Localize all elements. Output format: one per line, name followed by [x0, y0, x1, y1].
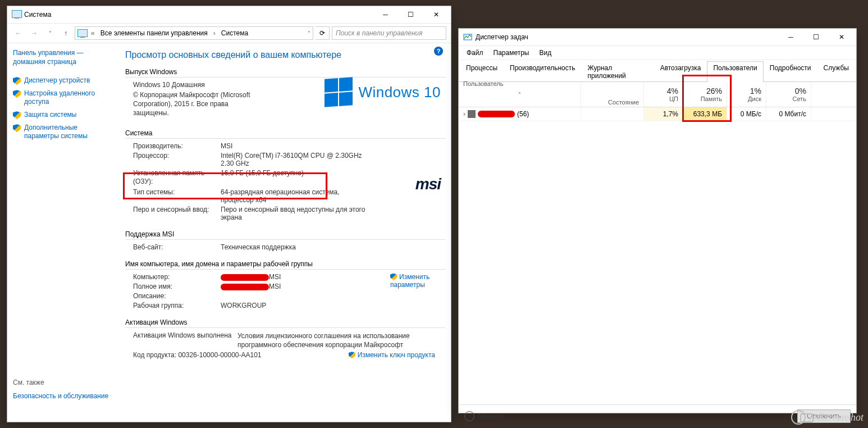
windows-edition: Windows 10 Домашняя — [125, 81, 205, 89]
windows-logo-icon — [325, 77, 353, 107]
system-header: Система — [125, 129, 445, 139]
sidebar: Панель управления — домашняя страница Ди… — [7, 43, 117, 423]
processor-value: Intel(R) Core(TM) i7-3610QM CPU @ 2.30GH… — [221, 152, 367, 167]
user-cell: › (56) — [459, 107, 581, 121]
computer-name-header: Имя компьютера, имя домена и параметры р… — [125, 260, 445, 270]
breadcrumb[interactable]: « Все элементы панели управления › Систе… — [75, 26, 313, 40]
close-button[interactable]: ✕ — [423, 7, 449, 22]
main-content: ? Просмотр основных сведений о вашем ком… — [117, 43, 451, 423]
titlebar[interactable]: Диспетчер задач ─ ☐ ✕ — [459, 29, 856, 46]
chevron-up-icon: ˄ — [464, 411, 474, 421]
redacted-username — [478, 111, 515, 117]
maximize-button[interactable]: ☐ — [803, 29, 829, 45]
col-cpu[interactable]: 4%ЦП — [644, 82, 683, 107]
table-empty — [459, 121, 856, 404]
see-also-header: См. также — [13, 379, 113, 386]
window-title: Диспетчер задач — [476, 33, 778, 41]
shield-icon — [13, 111, 21, 119]
minimize-button[interactable]: ─ — [778, 29, 803, 45]
user-column-label: Пользователь — [460, 78, 506, 89]
shield-icon — [13, 124, 21, 132]
sidebar-advanced-settings[interactable]: Дополнительные параметры системы — [13, 121, 113, 143]
windows-copyright: © Корпорация Майкрософт (Microsoft Corpo… — [125, 90, 257, 118]
license-terms-link[interactable]: Условия лицензионного соглашения на испо… — [237, 331, 423, 349]
expand-chevron-icon[interactable]: › — [463, 110, 465, 118]
watermark: JetScreenshot — [791, 410, 864, 425]
chevron-down-icon[interactable]: ˅ — [308, 30, 310, 37]
task-manager-icon — [463, 33, 472, 42]
menu-bar: Файл Параметры Вид — [459, 46, 856, 60]
task-manager-window: Диспетчер задач ─ ☐ ✕ Файл Параметры Вид… — [458, 28, 857, 413]
sidebar-device-manager[interactable]: Диспетчер устройств — [13, 74, 113, 87]
network-cell: 0 Мбит/с — [766, 107, 811, 121]
help-icon[interactable]: ? — [434, 47, 443, 56]
table-header: ˄ Состояние 4%ЦП 26%Память 1%Диск 0%Сеть — [459, 82, 856, 107]
maximize-button[interactable]: ☐ — [398, 7, 423, 22]
sidebar-remote-settings[interactable]: Настройка удаленного доступа — [13, 87, 113, 108]
menu-view[interactable]: Вид — [534, 47, 556, 58]
close-button[interactable]: ✕ — [829, 29, 854, 45]
redacted — [221, 274, 269, 281]
state-cell — [581, 107, 644, 121]
user-row[interactable]: › (56) 1,7% 633,3 МБ 0 МБ/с 0 Мбит/с — [459, 107, 856, 121]
disk-cell: 0 МБ/с — [727, 107, 766, 121]
titlebar[interactable]: Система ─ ☐ ✕ — [7, 6, 451, 24]
window-title: Система — [24, 11, 373, 19]
shield-icon — [13, 90, 21, 98]
nav-forward-button[interactable]: → — [28, 26, 41, 40]
nav-back-button[interactable]: ← — [12, 26, 25, 40]
redacted — [221, 284, 269, 290]
camera-icon — [791, 410, 806, 425]
col-state[interactable]: Состояние — [581, 82, 644, 107]
col-disk[interactable]: 1%Диск — [727, 82, 766, 107]
security-maintenance-link[interactable]: Безопасность и обслуживание — [13, 390, 113, 402]
control-panel-home-link[interactable]: Панель управления — домашняя страница — [13, 49, 113, 66]
sort-chevron-icon: ˄ — [518, 92, 521, 98]
activation-status: Активация Windows выполнена — [125, 331, 237, 339]
tab-services[interactable]: Службы — [817, 61, 855, 82]
workgroup-value: WORKGROUP — [221, 302, 445, 309]
fewer-details-button[interactable]: ˄ Меньше — [464, 411, 504, 421]
menu-options[interactable]: Параметры — [489, 47, 534, 58]
tab-app-history[interactable]: Журнал приложений — [582, 61, 654, 82]
cpu-cell: 1,7% — [644, 107, 683, 121]
page-heading: Просмотр основных сведений о вашем компь… — [125, 50, 445, 60]
support-header: Поддержка MSI — [125, 230, 445, 240]
address-bar: ← → ˅ ↑ « Все элементы панели управления… — [7, 24, 451, 43]
nav-up-arrow[interactable]: ↑ — [59, 26, 72, 40]
see-also: См. также Безопасность и обслуживание — [13, 379, 113, 402]
change-settings-link[interactable]: Изменить параметры — [390, 273, 435, 289]
shield-icon — [13, 77, 21, 85]
tech-support-link[interactable]: Техническая поддержка — [221, 243, 445, 251]
search-input[interactable]: Поиск в панели управления — [332, 26, 446, 40]
ram-highlight — [123, 172, 327, 199]
manufacturer-value: MSI — [221, 142, 445, 150]
memory-highlight — [682, 75, 732, 122]
activation-header: Активация Windows — [125, 318, 445, 328]
breadcrumb-root[interactable]: Все элементы панели управления — [98, 27, 210, 39]
nav-up-button[interactable]: ˅ — [43, 26, 57, 40]
windows-logo: Windows 10 — [325, 78, 441, 106]
pen-touch-value: Перо и сенсорный ввод недоступны для это… — [221, 206, 378, 221]
col-network[interactable]: 0%Сеть — [766, 82, 811, 107]
minimize-button[interactable]: ─ — [373, 7, 398, 22]
description-value — [221, 292, 445, 300]
sidebar-system-protection[interactable]: Защита системы — [13, 108, 113, 121]
user-icon — [468, 110, 476, 118]
edition-header: Выпуск Windows — [125, 68, 445, 78]
product-key: Код продукта: 00326-10000-00000-AA101 — [125, 351, 262, 359]
tab-performance[interactable]: Производительность — [504, 61, 581, 82]
tabs: Процессы Производительность Журнал прило… — [459, 60, 856, 82]
menu-file[interactable]: Файл — [462, 47, 488, 58]
tab-details[interactable]: Подробности — [764, 61, 817, 82]
system-icon — [12, 10, 21, 19]
control-panel-icon — [77, 29, 88, 37]
breadcrumb-current[interactable]: Система — [219, 27, 250, 39]
refresh-button[interactable]: ⟳ — [316, 26, 330, 40]
system-window: Система ─ ☐ ✕ ← → ˅ ↑ « Все элементы пан… — [7, 6, 451, 422]
msi-logo: msi — [415, 175, 441, 193]
change-key-link[interactable]: Изменить ключ продукта — [349, 351, 435, 359]
